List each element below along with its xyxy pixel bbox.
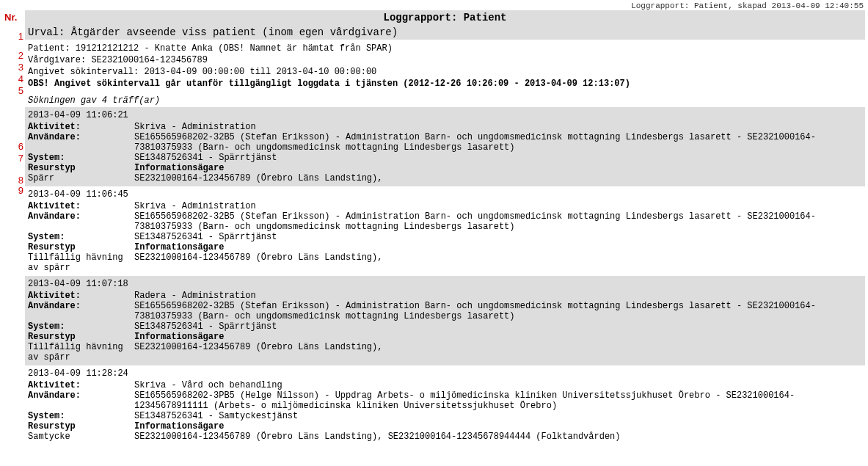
label-activity: Aktivitet: bbox=[28, 201, 134, 211]
label-activity: Aktivitet: bbox=[28, 291, 134, 301]
value-info-owner: SE2321000164-123456789 (Örebro Läns Land… bbox=[134, 252, 862, 273]
meta-caregiver: Vårdgivare: SE2321000164-123456789 bbox=[28, 54, 862, 66]
label-activity: Aktivitet: bbox=[28, 122, 134, 132]
annotation-5: 5 bbox=[13, 85, 23, 96]
value-info-owner: SE2321000164-123456789 (Örebro Läns Land… bbox=[134, 342, 862, 363]
report-title: Loggrapport: Patient bbox=[25, 10, 865, 25]
value-system: SE13487526341 - Spärrtjänst bbox=[134, 153, 862, 163]
label-user: Användare: bbox=[28, 390, 134, 411]
log-entry: 2013-04-09 11:06:45 Aktivitet: Skriva - … bbox=[25, 186, 865, 276]
entry-timestamp: 2013-04-09 11:06:21 bbox=[28, 110, 862, 120]
meta-block: Patient: 191212121212 - Knatte Anka (OBS… bbox=[25, 40, 865, 91]
selection-line: Urval: Åtgärder avseende viss patient (i… bbox=[25, 25, 865, 40]
annotation-9: 9 bbox=[13, 185, 23, 196]
label-info-owner: Informationsägare bbox=[134, 163, 862, 173]
label-info-owner: Informationsägare bbox=[134, 421, 862, 432]
annotation-3: 3 bbox=[13, 62, 23, 73]
value-user: SE165565968202-32B5 (Stefan Eriksson) - … bbox=[134, 211, 862, 232]
value-activity: Skriva - Administration bbox=[134, 201, 862, 211]
label-system: System: bbox=[28, 232, 134, 242]
value-resource-type: Spärr bbox=[28, 173, 134, 183]
label-system: System: bbox=[28, 411, 134, 421]
label-info-owner: Informationsägare bbox=[134, 332, 862, 342]
log-entry: 2013-04-09 11:07:18 Aktivitet: Radera - … bbox=[25, 276, 865, 365]
value-info-owner: SE2321000164-123456789 (Örebro Läns Land… bbox=[134, 173, 862, 183]
annotation-6: 6 bbox=[13, 141, 23, 152]
value-activity: Radera - Administration bbox=[134, 291, 862, 301]
value-user: SE165565968202-32B5 (Stefan Eriksson) - … bbox=[134, 301, 862, 321]
meta-interval: Angivet sökintervall: 2013-04-09 00:00:0… bbox=[28, 66, 862, 78]
label-system: System: bbox=[28, 321, 134, 332]
label-resource-type: Resurstyp bbox=[28, 163, 134, 173]
top-meta: Loggrapport: Patient, skapad 2013-04-09 … bbox=[0, 0, 868, 10]
meta-patient: Patient: 191212121212 - Knatte Anka (OBS… bbox=[28, 43, 862, 54]
label-user: Användare: bbox=[28, 301, 134, 321]
label-user: Användare: bbox=[28, 211, 134, 232]
value-system: SE13487526341 - Spärrtjänst bbox=[134, 232, 862, 242]
log-entry: 2013-04-09 11:06:21 Aktivitet: Skriva - … bbox=[25, 107, 865, 186]
value-system: SE13487526341 - Samtyckestjänst bbox=[134, 411, 862, 421]
annotation-header: Nr. bbox=[4, 12, 17, 23]
value-user: SE165565968202-3PB5 (Helge Nilsson) - Up… bbox=[134, 390, 862, 411]
page: Loggrapport: Patient, skapad 2013-04-09 … bbox=[0, 0, 868, 445]
result-count: Sökningen gav 4 träff(ar) bbox=[25, 91, 865, 107]
label-system: System: bbox=[28, 153, 134, 163]
entry-timestamp: 2013-04-09 11:28:24 bbox=[28, 368, 862, 379]
annotation-7: 7 bbox=[13, 153, 23, 164]
label-resource-type: Resurstyp bbox=[28, 242, 134, 252]
annotation-2: 2 bbox=[13, 50, 23, 61]
value-user: SE165565968202-32B5 (Stefan Eriksson) - … bbox=[134, 132, 862, 153]
value-activity: Skriva - Vård och behandling bbox=[134, 380, 862, 390]
label-resource-type: Resurstyp bbox=[28, 332, 134, 342]
label-resource-type: Resurstyp bbox=[28, 421, 134, 432]
value-system: SE13487526341 - Spärrtjänst bbox=[134, 321, 862, 332]
log-entry: 2013-04-09 11:28:24 Aktivitet: Skriva - … bbox=[25, 365, 865, 445]
label-activity: Aktivitet: bbox=[28, 380, 134, 390]
annotation-4: 4 bbox=[13, 73, 23, 84]
value-resource-type: Samtycke bbox=[28, 432, 134, 442]
value-activity: Skriva - Administration bbox=[134, 122, 862, 132]
annotation-1: 1 bbox=[13, 31, 23, 42]
value-info-owner: SE2321000164-123456789 (Örebro Läns Land… bbox=[134, 432, 862, 442]
meta-warning: OBS! Angivet sökintervall går utanför ti… bbox=[28, 78, 862, 90]
value-resource-type: Tillfällig hävning av spärr bbox=[28, 342, 134, 363]
label-info-owner: Informationsägare bbox=[134, 242, 862, 252]
entry-timestamp: 2013-04-09 11:06:45 bbox=[28, 189, 862, 200]
content: Loggrapport: Patient Urval: Åtgärder avs… bbox=[25, 10, 865, 445]
annotation-8: 8 bbox=[13, 175, 23, 186]
value-resource-type: Tillfällig hävning av spärr bbox=[28, 252, 134, 273]
label-user: Användare: bbox=[28, 132, 134, 153]
entry-timestamp: 2013-04-09 11:07:18 bbox=[28, 279, 862, 289]
